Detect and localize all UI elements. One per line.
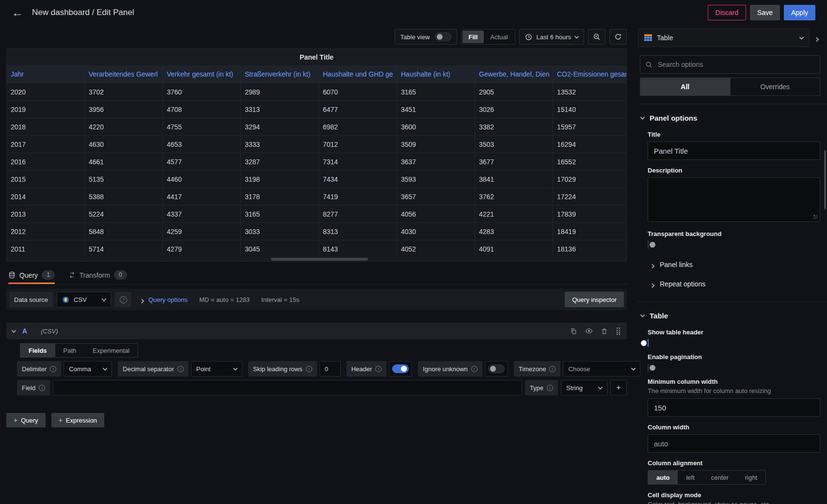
datasource-picker[interactable]: CSV: [57, 292, 111, 307]
column-header[interactable]: Verarbeitendes Gewerl: [85, 65, 163, 83]
column-header[interactable]: CO2-Emissionen gesar: [553, 65, 627, 83]
add-query-button[interactable]: +Query: [6, 413, 46, 427]
time-range-picker[interactable]: Last 6 hours: [519, 29, 584, 45]
duplicate-query-icon[interactable]: [570, 328, 577, 335]
header-toggle-box: [389, 361, 412, 377]
description-label: Description: [648, 167, 820, 174]
header-toggle[interactable]: [392, 364, 409, 373]
datasource-help-button[interactable]: ?: [115, 292, 131, 307]
filter-overrides[interactable]: Overrides: [730, 78, 820, 95]
tab-transform[interactable]: Transform 0: [68, 266, 127, 284]
field-input[interactable]: [53, 380, 522, 395]
save-button[interactable]: Save: [750, 5, 780, 20]
chevron-right-icon: [140, 299, 144, 303]
chevron-right-icon: [650, 283, 655, 288]
alignment-option-center[interactable]: center: [703, 471, 737, 484]
panel-title: Panel Title: [7, 49, 626, 65]
alignment-option-right[interactable]: right: [737, 471, 765, 484]
transparent-background-toggle[interactable]: [648, 240, 649, 249]
delimiter-select[interactable]: Comma: [64, 361, 112, 377]
table-cell: 18136: [553, 240, 627, 257]
table-row: 201551354460319874343593384117029: [7, 170, 626, 188]
table-view-toggle[interactable]: [435, 32, 451, 41]
table-options-section-header[interactable]: Table: [638, 302, 827, 322]
table-cell: 2013: [7, 205, 85, 222]
title-label: Title: [648, 131, 820, 138]
alignment-option-left[interactable]: left: [678, 471, 702, 484]
panel-options-body: Title Description Transparent background…: [638, 131, 827, 294]
table-cell: 4030: [397, 223, 475, 240]
table-cell: 4630: [85, 136, 163, 153]
chevron-down-icon: [233, 366, 238, 371]
table-cell: 6070: [319, 83, 397, 100]
table-cell: 3451: [397, 101, 475, 118]
fill-option[interactable]: Fill: [462, 31, 484, 43]
table-cell: 3677: [475, 153, 553, 170]
refresh-button[interactable]: [609, 29, 627, 45]
hide-query-eye-icon[interactable]: [585, 327, 593, 335]
sidebar-scrollbar-thumb[interactable]: [824, 150, 826, 209]
editor-tab-path[interactable]: Path: [55, 344, 85, 357]
zoom-out-button[interactable]: [588, 29, 605, 45]
panel-options-section-header[interactable]: Panel options: [638, 104, 827, 124]
search-options-input[interactable]: [657, 60, 815, 69]
add-expression-button[interactable]: +Expression: [51, 413, 105, 427]
table-row: 201157144279304581434052409118136: [7, 240, 626, 257]
table-cell: 4056: [397, 205, 475, 222]
column-header[interactable]: Verkehr gesamt (in kt): [163, 65, 241, 83]
apply-button[interactable]: Apply: [784, 5, 815, 20]
ignore-unknown-toggle[interactable]: [488, 364, 505, 373]
actual-option[interactable]: Actual: [484, 31, 514, 43]
alignment-option-auto[interactable]: auto: [648, 471, 678, 484]
column-width-input[interactable]: [648, 434, 820, 453]
cell-display-mode-label: Cell display mode: [648, 491, 820, 499]
column-header[interactable]: Haushalte und GHD ge: [319, 65, 397, 83]
type-select[interactable]: String: [561, 380, 607, 395]
info-icon: i: [39, 385, 45, 391]
table-viz-icon: [644, 34, 652, 41]
column-header[interactable]: Gewerbe, Handel, Dien: [475, 65, 553, 83]
header-actions: Discard Save Apply: [708, 5, 815, 20]
skip-leading-rows-label: Skip leading rowsi: [248, 361, 317, 377]
show-table-header-toggle[interactable]: [648, 339, 649, 347]
column-header[interactable]: Straßenverkehr (in kt): [241, 65, 319, 83]
panel-title-input[interactable]: [648, 142, 820, 160]
editor-tab-fields[interactable]: Fields: [20, 344, 55, 357]
panel-links-section[interactable]: Panel links: [644, 255, 820, 274]
visualization-picker[interactable]: Table: [638, 29, 810, 47]
table-cell: 7012: [319, 136, 397, 153]
table-panel: Panel Title JahrVerarbeitendes GewerlVer…: [6, 48, 627, 262]
repeat-options-section[interactable]: Repeat options: [644, 274, 820, 294]
column-header[interactable]: Haushalte (in kt): [397, 65, 475, 83]
chevron-down-icon: [640, 313, 645, 317]
query-inspector-button[interactable]: Query inspector: [565, 292, 624, 307]
column-header[interactable]: Jahr: [7, 65, 85, 83]
description-input[interactable]: [648, 177, 820, 222]
decimal-separator-select[interactable]: Point: [191, 361, 242, 377]
back-arrow-icon[interactable]: ←: [12, 7, 23, 18]
editor-tab-experimental[interactable]: Experimental: [84, 344, 138, 357]
transform-icon: [68, 271, 76, 279]
collapse-sidebar-button[interactable]: [810, 29, 823, 47]
search-icon: [645, 61, 652, 68]
add-field-button[interactable]: +: [610, 380, 627, 395]
timezone-select[interactable]: Choose: [563, 361, 640, 377]
discard-button[interactable]: Discard: [708, 5, 746, 20]
resize-handle[interactable]: [813, 215, 818, 219]
tab-query[interactable]: Query 1: [8, 266, 55, 284]
enable-pagination-toggle[interactable]: [648, 363, 649, 372]
drag-handle-icon[interactable]: ⣿: [616, 327, 621, 335]
table-cell: 7314: [319, 153, 397, 170]
table-row: 201646614577328773143637367716552: [7, 153, 626, 170]
min-column-width-input[interactable]: [648, 398, 820, 417]
chevron-down-icon: [102, 297, 107, 301]
csv-options-row: Delimiteri Comma Decimal separatori Poin…: [17, 361, 627, 377]
collapse-query-icon[interactable]: [12, 328, 16, 333]
horizontal-scrollbar-thumb[interactable]: [271, 258, 368, 261]
skip-leading-rows-input[interactable]: [319, 361, 341, 377]
delete-query-trash-icon[interactable]: [601, 328, 608, 335]
table-cell: 17839: [553, 205, 627, 222]
filter-all[interactable]: All: [640, 78, 730, 95]
query-options-toggle[interactable]: Query options: [148, 296, 188, 303]
table-cell: 3198: [241, 171, 319, 188]
